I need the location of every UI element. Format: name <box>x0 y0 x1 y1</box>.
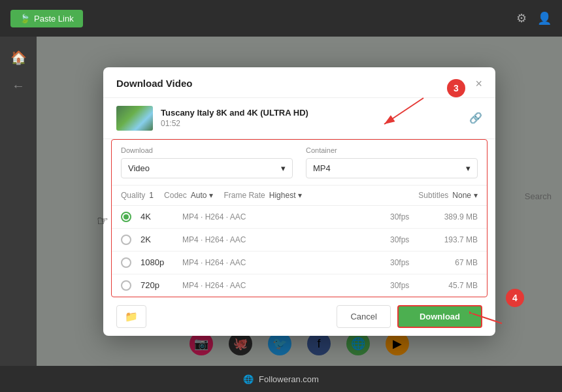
close-button[interactable]: × <box>475 78 482 90</box>
modal-overlay[interactable]: 3 Download Video × Tuscany Italy 8K and … <box>37 37 562 366</box>
subtitles-option[interactable]: Subtitles None ▾ <box>418 191 478 200</box>
folder-button[interactable]: 📁 <box>116 305 146 328</box>
options-row: Quality 1 Codec Auto ▾ Frame Rate Highes… <box>112 186 487 206</box>
quality-name: 4K <box>140 212 173 221</box>
quality-size: 389.9 MB <box>432 212 478 221</box>
radio-circle <box>121 280 131 291</box>
bottom-bar: 🌐 Followeran.com <box>0 366 562 392</box>
side-nav: 🏠 ← <box>0 37 37 366</box>
download-value: Video <box>128 163 150 173</box>
radio-circle <box>121 257 131 268</box>
modal-title: Download Video <box>116 78 192 89</box>
followeran-label: Followeran.com <box>259 374 319 384</box>
quality-row[interactable]: 1080pMP4 · H264 · AAC30fps67 MB <box>112 252 487 274</box>
user-icon[interactable]: 👤 <box>537 11 552 25</box>
quality-size: 193.7 MB <box>432 235 478 244</box>
top-bar-actions: ⚙ 👤 <box>516 11 552 25</box>
download-label: Download <box>121 146 293 154</box>
codec-option[interactable]: Codec Auto ▾ <box>164 191 213 200</box>
codec-label: Codec <box>164 191 187 200</box>
container-value: MP4 <box>313 163 331 173</box>
frame-rate-label: Frame Rate <box>223 191 265 200</box>
quality-list: 4KMP4 · H264 · AAC30fps389.9 MB2KMP4 · H… <box>112 206 487 297</box>
container-label: Container <box>306 146 478 154</box>
download-selector-group: Download Video ▾ <box>121 146 293 178</box>
modal-header: Download Video × <box>103 67 495 98</box>
container-dropdown[interactable]: MP4 ▾ <box>306 158 478 178</box>
codec-value: Auto <box>191 191 207 200</box>
video-info: Tuscany Italy 8K and 4K (ULTRA HD) 01:52… <box>103 98 495 139</box>
selectors-row: Download Video ▾ Container MP4 ▾ <box>112 140 487 186</box>
video-duration: 01:52 <box>161 119 308 128</box>
video-thumb-info: Tuscany Italy 8K and 4K (ULTRA HD) 01:52 <box>116 106 308 131</box>
vine-icon: 🍃 <box>20 14 30 24</box>
container-chevron-icon: ▾ <box>466 163 471 173</box>
frame-rate-chevron-icon: ▾ <box>298 191 302 200</box>
video-thumbnail <box>116 106 153 131</box>
download-dropdown[interactable]: Video ▾ <box>121 158 293 178</box>
quality-size: 45.7 MB <box>432 281 478 290</box>
back-icon[interactable]: ← <box>12 78 25 93</box>
video-title: Tuscany Italy 8K and 4K (ULTRA HD) <box>161 108 308 118</box>
quality-row[interactable]: 4KMP4 · H264 · AAC30fps389.9 MB <box>112 206 487 229</box>
quality-fps: 30fps <box>390 235 423 244</box>
annotation-bubble-3: 3 <box>447 79 465 97</box>
container-selector-group: Container MP4 ▾ <box>306 146 478 178</box>
quality-fps: 30fps <box>390 212 423 221</box>
quality-label: Quality <box>121 191 145 200</box>
top-bar: 🍃 Paste Link ⚙ 👤 <box>0 0 562 37</box>
svg-line-3 <box>472 314 502 323</box>
annotation-arrow-3 <box>378 95 430 127</box>
download-section: Download Video ▾ Container MP4 ▾ <box>111 139 488 297</box>
download-modal: 3 Download Video × Tuscany Italy 8K and … <box>103 67 495 336</box>
link-icon[interactable]: 🔗 <box>469 112 482 124</box>
quality-fps: 30fps <box>390 258 423 267</box>
quality-option[interactable]: Quality 1 <box>121 191 154 200</box>
quality-size: 67 MB <box>432 258 478 267</box>
quality-num: 1 <box>149 191 154 200</box>
subtitles-label: Subtitles <box>418 191 448 200</box>
quality-fps: 30fps <box>390 281 423 290</box>
annotation-arrow-4 <box>469 307 508 327</box>
quality-codec: MP4 · H264 · AAC <box>182 258 381 267</box>
globe-icon: 🌐 <box>243 374 254 384</box>
subtitles-value: None <box>452 191 471 200</box>
cancel-button[interactable]: Cancel <box>337 305 390 328</box>
frame-rate-value: Highest <box>269 191 296 200</box>
download-chevron-icon: ▾ <box>281 163 286 173</box>
modal-footer: 📁 Cancel Download 4 <box>103 297 495 336</box>
quality-name: 720p <box>140 280 173 290</box>
settings-icon[interactable]: ⚙ <box>516 11 527 25</box>
quality-name: 1080p <box>140 257 173 267</box>
radio-circle <box>121 212 131 222</box>
paste-link-label: Paste Link <box>34 14 74 24</box>
quality-codec: MP4 · H264 · AAC <box>182 281 381 290</box>
quality-row[interactable]: 720pMP4 · H264 · AAC30fps45.7 MB <box>112 274 487 297</box>
codec-chevron-icon: ▾ <box>209 191 213 200</box>
video-details: Tuscany Italy 8K and 4K (ULTRA HD) 01:52 <box>161 108 308 128</box>
quality-row[interactable]: 2KMP4 · H264 · AAC30fps193.7 MB <box>112 229 487 252</box>
svg-line-1 <box>384 98 423 124</box>
footer-actions: Cancel Download <box>337 305 482 328</box>
paste-link-button[interactable]: 🍃 Paste Link <box>10 10 83 27</box>
quality-codec: MP4 · H264 · AAC <box>182 235 381 244</box>
radio-circle <box>121 235 131 245</box>
subtitles-chevron-icon: ▾ <box>474 191 478 200</box>
annotation-bubble-4: 4 <box>506 289 524 307</box>
quality-codec: MP4 · H264 · AAC <box>182 212 381 221</box>
quality-name: 2K <box>140 235 173 244</box>
frame-rate-option[interactable]: Frame Rate Highest ▾ <box>223 191 302 200</box>
home-icon[interactable]: 🏠 <box>10 50 27 65</box>
